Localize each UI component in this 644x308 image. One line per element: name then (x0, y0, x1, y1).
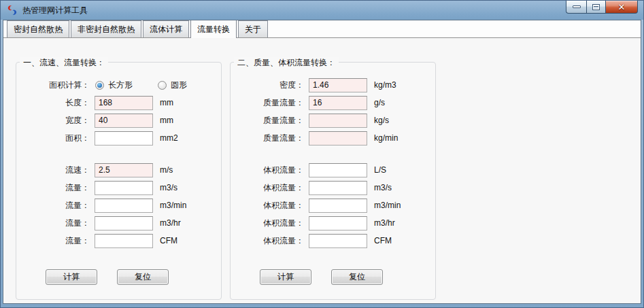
field-input[interactable] (95, 199, 153, 213)
maximize-icon (592, 4, 600, 10)
radio-circle[interactable]: 圆形 (158, 80, 187, 91)
field-label: 体积流量： (231, 218, 304, 229)
group1-buttons: 计算 复位 (16, 269, 221, 285)
area-calc-label: 面积计算： (16, 80, 90, 91)
reset-button[interactable]: 复位 (331, 269, 383, 285)
field-input[interactable] (95, 181, 153, 195)
field-input[interactable] (309, 163, 367, 177)
radio-button-icon (95, 81, 104, 90)
field-label: 体积流量： (231, 182, 304, 194)
radio-rectangle[interactable]: 长方形 (95, 80, 133, 91)
field-input[interactable] (309, 131, 367, 146)
client-area: 密封自然散热 非密封自然散热 流体计算 流量转换 关于 一、流速、流量转换： 面… (3, 20, 641, 304)
field-label: 宽度： (16, 115, 90, 126)
field-row: 流量： m3/min (16, 196, 221, 214)
field-row: 质量流量： kg/s (231, 112, 435, 129)
field-label: 质量流量： (231, 115, 304, 126)
field-unit: kg/min (374, 133, 398, 143)
field-label: 流量： (16, 182, 90, 194)
window-title: 热管理网计算工具 (22, 5, 88, 16)
field-unit: m3/hr (160, 218, 181, 228)
field-row: 流量： CFM (16, 232, 221, 250)
title-bar[interactable]: 热管理网计算工具 ✕ (1, 1, 643, 20)
field-row: 流量： m3/s (16, 179, 221, 196)
close-icon: ✕ (618, 3, 626, 12)
field-row: 宽度： mm (16, 112, 221, 129)
field-label: 流量： (16, 218, 90, 229)
field-label: 密度： (231, 80, 304, 91)
tab[interactable]: 非密封自然散热 (71, 20, 141, 37)
field-row: 长度： mm (16, 94, 221, 112)
field-row: 密度： kg/m3 (231, 76, 435, 94)
group-mass-volume-flow-conversion: 二、质量、体积流量转换： 密度： kg/m3 质量流量： (230, 62, 436, 300)
field-row: 体积流量： m3/hr (231, 214, 435, 232)
field-row: 体积流量： CFM (231, 232, 435, 250)
field-input[interactable] (309, 181, 367, 195)
field-row: 面积： mm2 (16, 129, 221, 147)
radio-button-icon (158, 81, 167, 90)
field-unit: m3/min (374, 201, 401, 210)
field-input[interactable] (309, 234, 367, 248)
field-input[interactable] (95, 216, 153, 230)
field-label: 质量流量： (231, 133, 304, 144)
field-input[interactable] (309, 216, 367, 230)
close-button[interactable]: ✕ (606, 1, 638, 14)
field-row: 质量流量： g/s (231, 94, 435, 112)
field-unit: mm2 (160, 133, 178, 143)
field-label: 体积流量： (231, 200, 304, 211)
field-label: 流量： (16, 235, 90, 247)
maximize-button[interactable] (586, 1, 606, 14)
field-unit: m3/hr (374, 218, 395, 228)
calculate-button[interactable]: 计算 (260, 269, 311, 285)
app-logo-icon (7, 5, 18, 16)
field-row: 体积流量： L/S (231, 161, 435, 179)
field-input[interactable] (95, 163, 153, 177)
reset-button[interactable]: 复位 (117, 269, 169, 285)
field-input[interactable] (95, 234, 153, 248)
tab[interactable]: 流体计算 (143, 20, 189, 37)
field-row: 流量： m3/hr (16, 214, 221, 232)
field-row: 流速： m/s (16, 161, 221, 179)
field-input[interactable] (95, 114, 153, 128)
minimize-button[interactable] (566, 1, 586, 14)
group2-title: 二、质量、体积流量转换： (234, 57, 339, 69)
radio-circle-label: 圆形 (171, 80, 187, 91)
field-unit: CFM (160, 236, 177, 245)
tab-bar: 密封自然散热 非密封自然散热 流体计算 流量转换 关于 (3, 20, 641, 38)
area-calc-row: 面积计算： 长方形 圆形 (16, 76, 221, 94)
field-unit: m/s (160, 165, 173, 175)
field-unit: L/S (374, 165, 386, 175)
field-unit: m3/s (160, 183, 177, 192)
app-window: 热管理网计算工具 ✕ 密封自然散热 非密封自然散热 流体计算 流量转换 (0, 0, 644, 308)
field-unit: m3/min (160, 201, 186, 210)
field-row: 体积流量： m3/min (231, 196, 435, 214)
minimize-icon (573, 5, 581, 8)
field-unit: mm (160, 98, 173, 107)
field-input[interactable] (95, 96, 153, 110)
field-label: 质量流量： (231, 97, 304, 109)
radio-rectangle-label: 长方形 (108, 80, 133, 91)
group-flow-velocity-conversion: 一、流速、流量转换： 面积计算： 长方形 圆形 (16, 62, 222, 300)
field-label: 流速： (16, 165, 90, 176)
field-unit: g/s (374, 98, 385, 107)
group2-buttons: 计算 复位 (231, 269, 435, 285)
field-unit: m3/s (374, 183, 392, 192)
field-row: 体积流量： m3/s (231, 179, 435, 196)
group1-title: 一、流速、流量转换： (20, 57, 108, 69)
calculate-button[interactable]: 计算 (46, 269, 97, 285)
field-unit: mm (160, 116, 173, 125)
tab[interactable]: 流量转换 (190, 20, 237, 38)
field-input[interactable] (309, 199, 367, 213)
field-input[interactable] (309, 78, 367, 92)
field-unit: CFM (374, 236, 392, 245)
field-input[interactable] (309, 114, 367, 128)
tab[interactable]: 密封自然散热 (7, 20, 69, 37)
field-row: 质量流量： kg/min (231, 129, 435, 147)
field-unit: kg/s (374, 116, 389, 125)
field-input[interactable] (309, 96, 367, 110)
field-label: 体积流量： (231, 235, 304, 247)
tab[interactable]: 关于 (238, 20, 268, 37)
window-controls: ✕ (566, 1, 638, 14)
field-input[interactable] (95, 131, 153, 146)
field-label: 流量： (16, 200, 90, 211)
